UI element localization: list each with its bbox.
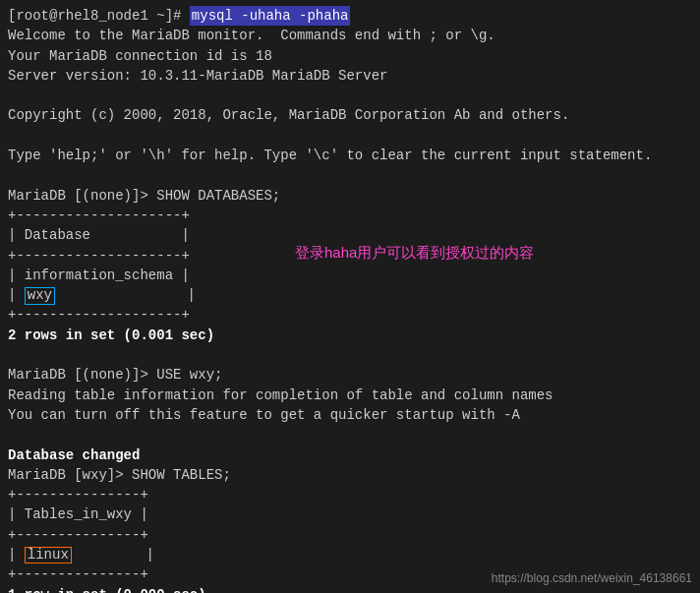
table-border: +--------------------+: [8, 305, 692, 325]
table-header-tables: | Tables_in_wxy |: [8, 504, 692, 524]
output-line: [8, 425, 692, 445]
output-line: [8, 126, 692, 146]
output-line: Your MariaDB connection id is 18: [8, 46, 692, 66]
table-row-wxy: | wxy |: [8, 285, 692, 305]
table-border: +---------------+: [8, 525, 692, 545]
wxy-db-highlight: wxy: [25, 287, 55, 304]
use-command-line: MariaDB [(none)]> USE wxy;: [8, 365, 692, 385]
show-tables-command: MariaDB [wxy]> SHOW TABLES;: [8, 465, 692, 485]
table-row-info-schema: | information_schema |: [8, 266, 692, 285]
output-line: [8, 165, 692, 185]
linux-table-highlight: linux: [25, 547, 72, 563]
rows-count-2: 1 row in set (0.000 sec): [8, 585, 692, 593]
output-line: Copyright (c) 2000, 2018, Oracle, MariaD…: [8, 105, 692, 125]
command-highlight: mysql -uhaha -phaha: [190, 6, 351, 26]
prompt-line: [root@rhel8_node1 ~]# mysql -uhaha -phah…: [8, 6, 692, 26]
output-line: You can turn off this feature to get a q…: [8, 405, 692, 425]
table-row-linux: | linux |: [8, 545, 692, 564]
table-header: | Database |: [8, 225, 692, 245]
output-line: [8, 345, 692, 365]
rows-count: 2 rows in set (0.001 sec): [8, 326, 692, 345]
table-border: +---------------+: [8, 485, 692, 504]
watermark: https://blog.csdn.net/weixin_46138661: [492, 571, 692, 585]
db-command-line: MariaDB [(none)]> SHOW DATABASES;: [8, 186, 692, 206]
prompt-text: [root@rhel8_node1 ~]#: [8, 6, 190, 26]
output-line: Server version: 10.3.11-MariaDB MariaDB …: [8, 66, 692, 86]
table-border: +--------------------+: [8, 206, 692, 225]
terminal-window: [root@rhel8_node1 ~]# mysql -uhaha -phah…: [0, 0, 700, 593]
db-changed-line: Database changed: [8, 445, 692, 465]
output-line: Type 'help;' or '\h' for help. Type '\c'…: [8, 146, 692, 165]
annotation-text: 登录haha用户可以看到授权过的内容: [295, 244, 534, 263]
output-line: Welcome to the MariaDB monitor. Commands…: [8, 26, 692, 45]
output-line: Reading table information for completion…: [8, 385, 692, 405]
output-line: [8, 86, 692, 105]
